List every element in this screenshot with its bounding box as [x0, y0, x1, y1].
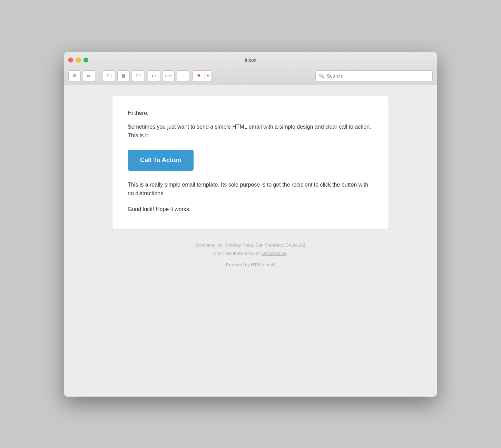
close-button[interactable] [68, 58, 73, 62]
titlebar: Inbox ✉ ✏ ⬚ 🗑 ⬚ [64, 52, 437, 85]
email-footer: Company Inc, 3 Abbey Road, San Francisco… [196, 241, 305, 269]
junk-button[interactable]: ⬚ [132, 70, 144, 81]
footer-unsubscribe: Don't like these emails? Unsubscribe. [196, 249, 305, 257]
maximize-button[interactable] [84, 58, 88, 62]
reply-all-icon: ↩↩ [165, 73, 172, 78]
email-card: Hi there, Sometimes you just want to sen… [112, 96, 389, 229]
minimize-button[interactable] [76, 58, 81, 62]
reply-button[interactable]: ↩ [148, 70, 160, 81]
flag-dropdown-button[interactable]: ▾ [205, 70, 211, 81]
unsubscribe-suffix: . [287, 251, 288, 256]
reply-group: ↩ ↩↩ → [148, 70, 190, 81]
compose-button[interactable]: ✉ [68, 70, 81, 81]
email-closing: Good luck! Hope it works. [128, 205, 373, 214]
compose-group: ✉ ✏ [68, 70, 96, 81]
forward-button[interactable]: → [177, 70, 189, 81]
message-actions-group: ⬚ 🗑 ⬚ [103, 70, 145, 81]
flag-button[interactable]: ⚑ [193, 70, 205, 81]
edit-button[interactable]: ✏ [83, 70, 95, 81]
unsubscribe-prefix: Don't like these emails? [213, 251, 261, 256]
reply-icon: ↩ [152, 73, 156, 79]
archive-button[interactable]: ⬚ [103, 70, 115, 81]
compose-icon: ✉ [72, 73, 77, 79]
search-wrap: 🔍 [315, 70, 433, 81]
search-input[interactable] [315, 70, 433, 81]
junk-icon: ⬚ [136, 72, 141, 79]
footer-address: Company Inc, 3 Abbey Road, San Francisco… [196, 241, 305, 249]
reply-all-button[interactable]: ↩↩ [162, 70, 175, 81]
cta-button[interactable]: Call To Action [128, 150, 194, 171]
search-icon: 🔍 [319, 73, 324, 78]
archive-icon: ⬚ [107, 72, 112, 79]
forward-icon: → [180, 73, 185, 79]
email-greeting: Hi there, [128, 110, 373, 116]
flag-icon: ⚑ [197, 73, 201, 79]
flag-group: ⚑ ▾ [193, 70, 211, 81]
main-content: Hi there, Sometimes you just want to sen… [64, 85, 437, 397]
chevron-down-icon: ▾ [207, 74, 209, 78]
window-title: Inbox [245, 57, 256, 63]
unsubscribe-link[interactable]: Unsubscribe [262, 251, 286, 256]
mail-window: Inbox ✉ ✏ ⬚ 🗑 ⬚ [64, 52, 437, 397]
email-intro: Sometimes you just want to send a simple… [128, 122, 373, 140]
email-body: This is a really simple email template. … [128, 180, 373, 198]
trash-icon: 🗑 [121, 73, 126, 79]
toolbar: ✉ ✏ ⬚ 🗑 ⬚ ↩ [68, 68, 433, 85]
trash-button[interactable]: 🗑 [117, 70, 130, 81]
edit-icon: ✏ [87, 73, 91, 79]
powered-by: Powered by HTMLemail. [196, 261, 305, 269]
window-controls [68, 58, 88, 62]
